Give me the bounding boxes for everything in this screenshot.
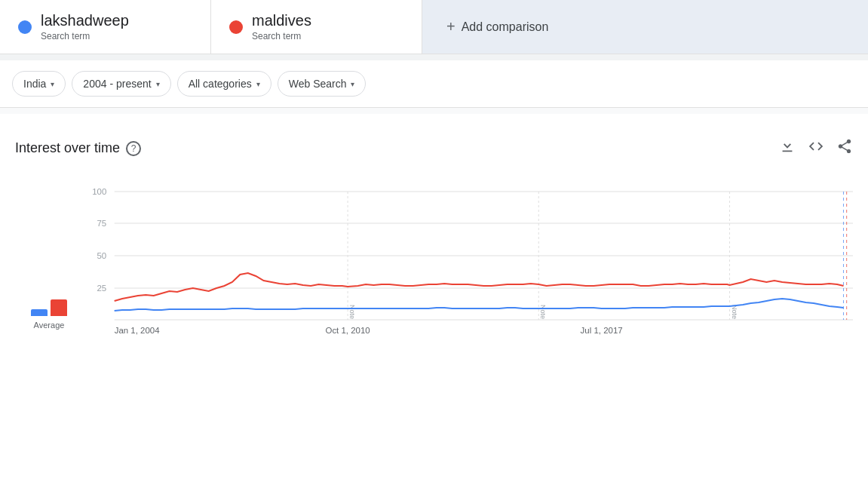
- section-gap: [0, 108, 868, 114]
- time-range-filter-label: 2004 - present: [83, 78, 151, 90]
- svg-text:25: 25: [97, 284, 107, 293]
- svg-text:Jan 1, 2004: Jan 1, 2004: [115, 326, 160, 335]
- grey-separator: [0, 54, 868, 60]
- search-terms-bar: lakshadweep Search term maldives Search …: [0, 0, 868, 54]
- add-comparison-label: Add comparison: [462, 20, 549, 34]
- main-chart-area: 100 75 50 25 Note Note Note: [83, 176, 853, 345]
- svg-text:100: 100: [92, 187, 106, 196]
- share-button[interactable]: [836, 138, 853, 158]
- interest-over-time-section: Interest over time ?: [0, 120, 868, 357]
- search-type-filter[interactable]: Web Search ▾: [278, 71, 367, 97]
- term2-info: maldives Search term: [252, 12, 311, 41]
- term1-type: Search term: [41, 31, 129, 41]
- term1-dot: [18, 20, 32, 34]
- avg-section: Average: [15, 176, 83, 345]
- svg-text:Jul 1, 2017: Jul 1, 2017: [581, 326, 623, 335]
- svg-text:75: 75: [97, 219, 107, 228]
- filter-bar: India ▾ 2004 - present ▾ All categories …: [0, 60, 868, 108]
- category-filter[interactable]: All categories ▾: [177, 71, 271, 97]
- search-term-card-1: lakshadweep Search term: [0, 0, 211, 54]
- help-icon[interactable]: ?: [126, 141, 141, 156]
- region-chevron-icon: ▾: [51, 80, 54, 88]
- category-filter-label: All categories: [189, 78, 252, 90]
- chart-with-avg: Average 100 75 50 25: [15, 176, 853, 345]
- term2-dot: [229, 20, 243, 34]
- svg-text:Note: Note: [348, 305, 356, 319]
- avg-label: Average: [34, 321, 65, 330]
- svg-text:50: 50: [97, 251, 107, 260]
- add-comparison-button[interactable]: + Add comparison: [422, 0, 868, 54]
- download-button[interactable]: [779, 138, 796, 158]
- term2-name: maldives: [252, 12, 311, 29]
- region-filter-label: India: [23, 78, 46, 90]
- embed-button[interactable]: [808, 138, 824, 158]
- line-chart-svg: 100 75 50 25 Note Note Note: [83, 176, 853, 342]
- avg-bars: [31, 278, 67, 316]
- svg-text:Oct 1, 2010: Oct 1, 2010: [326, 326, 370, 335]
- search-type-chevron-icon: ▾: [351, 80, 354, 88]
- chart-title-group: Interest over time ?: [15, 140, 141, 156]
- category-chevron-icon: ▾: [256, 80, 260, 88]
- chart-header: Interest over time ?: [15, 138, 853, 158]
- svg-text:Note: Note: [539, 305, 547, 319]
- term1-name: lakshadweep: [41, 12, 129, 29]
- term2-type: Search term: [252, 31, 311, 41]
- search-type-filter-label: Web Search: [289, 78, 347, 90]
- chart-title: Interest over time: [15, 140, 120, 156]
- chart-actions: [779, 138, 853, 158]
- region-filter[interactable]: India ▾: [12, 71, 66, 97]
- avg-bar-maldives: [51, 299, 67, 317]
- time-range-filter[interactable]: 2004 - present ▾: [72, 71, 170, 97]
- time-range-chevron-icon: ▾: [156, 80, 160, 88]
- term1-info: lakshadweep Search term: [41, 12, 129, 41]
- svg-text:Note: Note: [731, 305, 738, 319]
- avg-bar-lakshadweep: [31, 309, 48, 316]
- search-term-card-2: maldives Search term: [211, 0, 422, 54]
- plus-icon: +: [446, 18, 455, 35]
